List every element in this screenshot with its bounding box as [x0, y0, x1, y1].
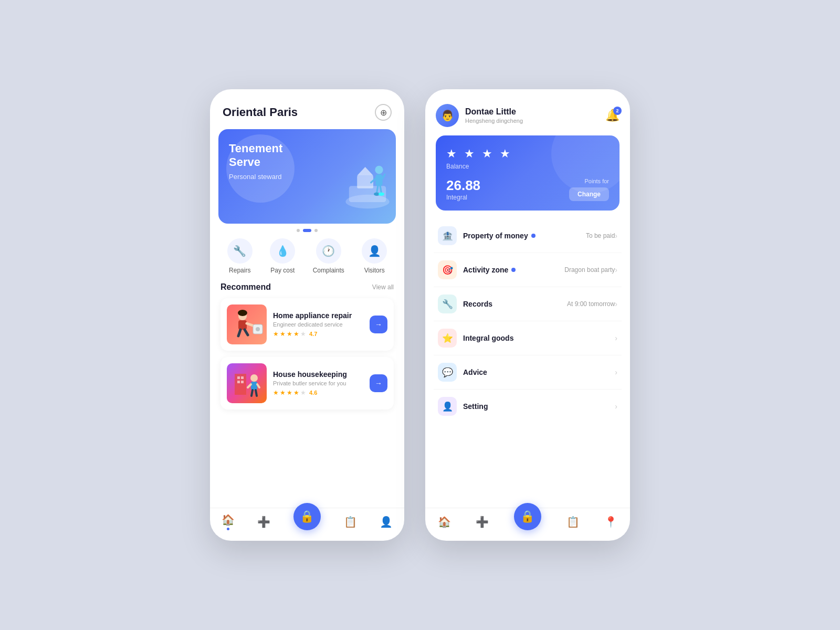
property-icon-wrap: 🏦 [438, 226, 457, 245]
notification-bell[interactable]: 🔔 2 [605, 109, 620, 122]
right-clipboard-icon: 📋 [566, 516, 580, 528]
svg-point-20 [256, 327, 260, 331]
right-header: 👨 Dontae Little Hengsheng dingcheng 🔔 2 [425, 89, 630, 135]
menu-item-records[interactable]: 🔧 Records At 9:00 tomorrow › [434, 287, 622, 321]
view-all-link[interactable]: View all [372, 284, 394, 291]
right-lock-center-icon: 🔒 [520, 510, 534, 523]
dot-2-active [303, 229, 311, 232]
user-name: Dontae Little [465, 107, 523, 117]
svg-rect-24 [241, 376, 244, 379]
visitors-label: Visitors [364, 267, 385, 274]
housekeeping-stars: ★ ★ ★ ★ ★ 4.6 [273, 389, 363, 396]
integral-chevron-icon: › [615, 334, 617, 342]
appliance-svg [227, 304, 267, 344]
hk-star-4: ★ [293, 389, 299, 396]
hero-text-block: Tenement Serve Personal steward [229, 142, 385, 181]
home-active-dot [227, 528, 229, 530]
activity-label: Activity zone [463, 266, 564, 274]
housekeeping-info: House housekeeping Private butler servic… [273, 370, 363, 396]
housekeeping-svg [227, 363, 267, 403]
pay-cost-icon: 💧 [270, 238, 295, 264]
rec-card-housekeeping: House housekeeping Private butler servic… [220, 357, 394, 410]
left-bottom-nav: 🏠 ➕ 🔒 📋 👤 [210, 508, 404, 541]
menu-item-activity[interactable]: 🎯 Activity zone Dragon boat party › [434, 253, 622, 287]
advice-chevron-icon: › [615, 368, 617, 376]
right-nav-home[interactable]: 🏠 [438, 516, 451, 528]
profile-icon: 👤 [380, 516, 393, 528]
star-1: ★ [273, 330, 279, 338]
right-nav-pin[interactable]: 📍 [604, 516, 617, 528]
left-phone: Oriental Paris ⊕ Tenement Serve Personal… [210, 89, 404, 541]
records-chevron-icon: › [615, 300, 617, 308]
svg-rect-15 [238, 320, 247, 330]
action-complaints[interactable]: 🕐 Complaints [313, 238, 344, 274]
property-label: Property of money [463, 232, 586, 240]
appliance-image [227, 304, 267, 344]
nav-clipboard[interactable]: 📋 [344, 516, 357, 528]
clipboard-icon: 📋 [344, 516, 357, 528]
menu-item-advice[interactable]: 💬 Advice › [434, 355, 622, 390]
svg-line-9 [380, 186, 381, 193]
activity-dot-indicator [511, 268, 516, 272]
appliance-arrow-btn[interactable]: → [370, 316, 387, 333]
right-nav-center-lock-button[interactable]: 🔒 [514, 503, 541, 530]
setting-icon-wrap: 👤 [438, 397, 457, 416]
appliance-info: Home appliance repair Engineer dedicated… [273, 311, 363, 338]
action-visitors[interactable]: 👤 Visitors [362, 238, 387, 274]
menu-item-setting[interactable]: 👤 Setting › [434, 390, 622, 423]
action-pay-cost[interactable]: 💧 Pay cost [270, 238, 295, 274]
balance-card: ★ ★ ★ ★ Balance 26.88 Integral Points fo… [436, 135, 620, 211]
star-5-empty: ★ [300, 330, 306, 338]
star-3: ★ [287, 330, 292, 338]
hk-star-3: ★ [287, 389, 292, 396]
appliance-name: Home appliance repair [273, 311, 363, 320]
user-info-block: 👨 Dontae Little Hengsheng dingcheng [436, 104, 523, 127]
user-avatar: 👨 [436, 104, 459, 127]
left-header: Oriental Paris ⊕ [210, 89, 404, 129]
visitors-icon: 👤 [362, 238, 387, 264]
right-add-icon: ➕ [476, 516, 489, 528]
nav-profile[interactable]: 👤 [380, 516, 393, 528]
right-bottom-nav: 🏠 ➕ 🔒 📋 📍 [425, 508, 630, 541]
svg-rect-21 [227, 363, 267, 403]
right-nav-clipboard[interactable]: 📋 [566, 516, 580, 528]
recommend-title: Recommend [220, 282, 271, 292]
lock-center-icon: 🔒 [300, 510, 314, 523]
home-icon: 🏠 [222, 513, 235, 526]
activity-chevron-icon: › [615, 266, 617, 274]
nav-home[interactable]: 🏠 [222, 513, 235, 530]
card-integral-value: 26.88 [446, 177, 480, 194]
card-integral-label: Integral [446, 194, 480, 201]
notification-badge: 2 [613, 107, 622, 115]
nav-center-lock-button[interactable]: 🔒 [293, 503, 321, 530]
svg-line-30 [257, 384, 259, 387]
add-icon: ➕ [257, 516, 270, 528]
svg-rect-23 [237, 376, 240, 379]
advice-text: Advice [463, 368, 615, 376]
right-pin-icon: 📍 [604, 516, 617, 528]
user-text: Dontae Little Hengsheng dingcheng [465, 107, 523, 124]
records-sub: At 9:00 tomorrow [567, 300, 615, 308]
svg-rect-22 [235, 374, 246, 395]
pay-cost-label: Pay cost [270, 267, 295, 274]
menu-item-integral[interactable]: ⭐ Integral goods › [434, 321, 622, 355]
action-repairs[interactable]: 🔧 Repairs [227, 238, 253, 274]
banner-dots [210, 224, 404, 234]
recommend-header: Recommend View all [220, 282, 394, 292]
integral-icon-wrap: ⭐ [438, 329, 457, 348]
svg-point-11 [379, 192, 384, 196]
setting-chevron-icon: › [615, 402, 617, 411]
svg-point-14 [238, 310, 247, 316]
activity-text: Activity zone [463, 266, 564, 274]
nav-circle-button[interactable]: ⊕ [375, 104, 392, 121]
housekeeping-arrow-btn[interactable]: → [370, 374, 387, 392]
card-balance-label: Balance [446, 163, 609, 170]
recommend-section: Recommend View all [210, 282, 404, 508]
menu-item-property[interactable]: 🏦 Property of money To be paid › [434, 219, 622, 253]
right-home-icon: 🏠 [438, 516, 451, 528]
repairs-icon: 🔧 [227, 238, 253, 264]
svg-rect-26 [241, 381, 244, 383]
nav-add[interactable]: ➕ [257, 516, 270, 528]
svg-line-17 [238, 330, 240, 336]
right-nav-add[interactable]: ➕ [476, 516, 489, 528]
